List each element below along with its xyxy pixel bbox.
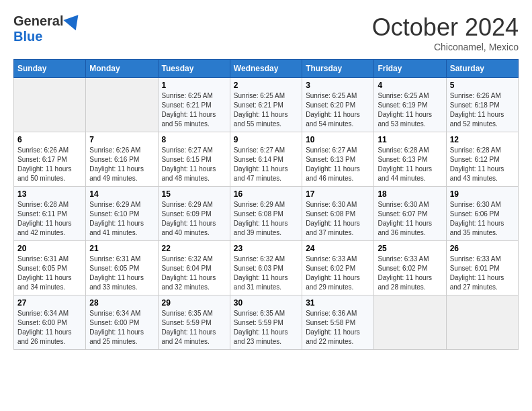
logo-general-text: General	[13, 13, 63, 29]
day-info: Sunrise: 6:31 AMSunset: 6:05 PMDaylight:…	[89, 255, 154, 292]
day-number: 15	[162, 189, 226, 199]
day-number: 26	[450, 244, 515, 253]
day-number: 30	[234, 298, 298, 308]
page-header: General Blue October 2024 Chiconamel, Me…	[13, 13, 519, 52]
day-info: Sunrise: 6:30 AMSunset: 6:07 PMDaylight:…	[378, 200, 442, 238]
calendar-cell: 14Sunrise: 6:29 AMSunset: 6:10 PMDayligh…	[86, 187, 158, 241]
day-number: 20	[17, 244, 82, 253]
calendar-cell: 23Sunrise: 6:32 AMSunset: 6:03 PMDayligh…	[230, 241, 302, 295]
day-number: 23	[234, 244, 298, 253]
header-thursday: Thursday	[302, 60, 374, 78]
calendar-cell: 6Sunrise: 6:26 AMSunset: 6:17 PMDaylight…	[14, 132, 86, 187]
day-info: Sunrise: 6:33 AMSunset: 6:01 PMDaylight:…	[450, 255, 515, 292]
day-number: 9	[234, 135, 298, 144]
calendar-cell: 25Sunrise: 6:33 AMSunset: 6:02 PMDayligh…	[374, 241, 446, 295]
calendar-cell: 29Sunrise: 6:35 AMSunset: 5:59 PMDayligh…	[158, 295, 230, 350]
day-info: Sunrise: 6:27 AMSunset: 6:15 PMDaylight:…	[162, 146, 226, 183]
day-number: 24	[306, 244, 370, 253]
day-number: 2	[234, 81, 298, 90]
header-sunday: Sunday	[14, 60, 86, 78]
calendar-cell: 19Sunrise: 6:30 AMSunset: 6:06 PMDayligh…	[446, 187, 518, 241]
calendar-cell: 9Sunrise: 6:27 AMSunset: 6:14 PMDaylight…	[230, 132, 302, 187]
day-info: Sunrise: 6:25 AMSunset: 6:19 PMDaylight:…	[378, 91, 442, 129]
calendar-cell: 1Sunrise: 6:25 AMSunset: 6:21 PMDaylight…	[158, 78, 230, 132]
day-number: 3	[306, 81, 370, 90]
day-info: Sunrise: 6:26 AMSunset: 6:18 PMDaylight:…	[450, 91, 515, 129]
day-info: Sunrise: 6:28 AMSunset: 6:12 PMDaylight:…	[450, 146, 515, 183]
calendar-cell: 22Sunrise: 6:32 AMSunset: 6:04 PMDayligh…	[158, 241, 230, 295]
calendar-cell: 8Sunrise: 6:27 AMSunset: 6:15 PMDaylight…	[158, 132, 230, 187]
day-number: 8	[162, 135, 226, 144]
day-number: 31	[306, 298, 370, 308]
header-tuesday: Tuesday	[158, 60, 230, 78]
day-info: Sunrise: 6:35 AMSunset: 5:59 PMDaylight:…	[162, 309, 226, 347]
day-number: 21	[89, 244, 154, 253]
calendar-cell	[86, 78, 158, 132]
title-block: October 2024 Chiconamel, Mexico	[372, 13, 519, 52]
day-info: Sunrise: 6:26 AMSunset: 6:17 PMDaylight:…	[17, 146, 82, 183]
calendar-cell: 30Sunrise: 6:35 AMSunset: 5:59 PMDayligh…	[230, 295, 302, 350]
calendar-cell	[14, 78, 86, 132]
calendar-cell: 31Sunrise: 6:36 AMSunset: 5:58 PMDayligh…	[302, 295, 374, 350]
day-info: Sunrise: 6:36 AMSunset: 5:58 PMDaylight:…	[306, 309, 370, 347]
day-info: Sunrise: 6:25 AMSunset: 6:21 PMDaylight:…	[234, 91, 298, 129]
day-info: Sunrise: 6:29 AMSunset: 6:08 PMDaylight:…	[234, 200, 298, 238]
calendar-cell: 26Sunrise: 6:33 AMSunset: 6:01 PMDayligh…	[446, 241, 518, 295]
day-number: 6	[17, 135, 82, 144]
day-number: 12	[450, 135, 515, 144]
day-number: 11	[378, 135, 442, 144]
calendar-cell: 13Sunrise: 6:28 AMSunset: 6:11 PMDayligh…	[14, 187, 86, 241]
day-number: 29	[162, 298, 226, 308]
day-number: 10	[306, 135, 370, 144]
calendar-cell: 17Sunrise: 6:30 AMSunset: 6:08 PMDayligh…	[302, 187, 374, 241]
calendar-cell: 16Sunrise: 6:29 AMSunset: 6:08 PMDayligh…	[230, 187, 302, 241]
day-number: 14	[89, 189, 154, 199]
day-number: 4	[378, 81, 442, 90]
calendar-week-2: 6Sunrise: 6:26 AMSunset: 6:17 PMDaylight…	[14, 132, 519, 187]
day-info: Sunrise: 6:35 AMSunset: 5:59 PMDaylight:…	[234, 309, 298, 347]
header-monday: Monday	[86, 60, 158, 78]
calendar-cell: 18Sunrise: 6:30 AMSunset: 6:07 PMDayligh…	[374, 187, 446, 241]
calendar-cell: 2Sunrise: 6:25 AMSunset: 6:21 PMDaylight…	[230, 78, 302, 132]
calendar-cell: 11Sunrise: 6:28 AMSunset: 6:13 PMDayligh…	[374, 132, 446, 187]
day-number: 16	[234, 189, 298, 199]
day-number: 1	[162, 81, 226, 90]
calendar-table: SundayMondayTuesdayWednesdayThursdayFrid…	[13, 59, 519, 350]
calendar-week-1: 1Sunrise: 6:25 AMSunset: 6:21 PMDaylight…	[14, 78, 519, 132]
day-info: Sunrise: 6:33 AMSunset: 6:02 PMDaylight:…	[378, 255, 442, 292]
day-info: Sunrise: 6:28 AMSunset: 6:13 PMDaylight:…	[378, 146, 442, 183]
calendar-cell: 15Sunrise: 6:29 AMSunset: 6:09 PMDayligh…	[158, 187, 230, 241]
day-number: 5	[450, 81, 515, 90]
day-info: Sunrise: 6:27 AMSunset: 6:14 PMDaylight:…	[234, 146, 298, 183]
logo-triangle-icon	[64, 9, 85, 30]
day-info: Sunrise: 6:30 AMSunset: 6:08 PMDaylight:…	[306, 200, 370, 238]
day-info: Sunrise: 6:32 AMSunset: 6:04 PMDaylight:…	[162, 255, 226, 292]
calendar-week-5: 27Sunrise: 6:34 AMSunset: 6:00 PMDayligh…	[14, 295, 519, 350]
calendar-cell: 5Sunrise: 6:26 AMSunset: 6:18 PMDaylight…	[446, 78, 518, 132]
calendar-cell: 10Sunrise: 6:27 AMSunset: 6:13 PMDayligh…	[302, 132, 374, 187]
calendar-cell: 20Sunrise: 6:31 AMSunset: 6:05 PMDayligh…	[14, 241, 86, 295]
day-info: Sunrise: 6:34 AMSunset: 6:00 PMDaylight:…	[89, 309, 154, 347]
day-info: Sunrise: 6:29 AMSunset: 6:09 PMDaylight:…	[162, 200, 226, 238]
calendar-cell	[374, 295, 446, 350]
logo-blue-text: Blue	[13, 29, 42, 44]
day-info: Sunrise: 6:26 AMSunset: 6:16 PMDaylight:…	[89, 146, 154, 183]
day-info: Sunrise: 6:34 AMSunset: 6:00 PMDaylight:…	[17, 309, 82, 347]
day-number: 28	[89, 298, 154, 308]
location-subtitle: Chiconamel, Mexico	[372, 42, 519, 52]
calendar-cell: 4Sunrise: 6:25 AMSunset: 6:19 PMDaylight…	[374, 78, 446, 132]
calendar-cell: 27Sunrise: 6:34 AMSunset: 6:00 PMDayligh…	[14, 295, 86, 350]
calendar-cell	[446, 295, 518, 350]
day-number: 18	[378, 189, 442, 199]
header-saturday: Saturday	[446, 60, 518, 78]
calendar-cell: 3Sunrise: 6:25 AMSunset: 6:20 PMDaylight…	[302, 78, 374, 132]
calendar-week-3: 13Sunrise: 6:28 AMSunset: 6:11 PMDayligh…	[14, 187, 519, 241]
calendar-week-4: 20Sunrise: 6:31 AMSunset: 6:05 PMDayligh…	[14, 241, 519, 295]
day-info: Sunrise: 6:25 AMSunset: 6:20 PMDaylight:…	[306, 91, 370, 129]
calendar-cell: 21Sunrise: 6:31 AMSunset: 6:05 PMDayligh…	[86, 241, 158, 295]
calendar-cell: 7Sunrise: 6:26 AMSunset: 6:16 PMDaylight…	[86, 132, 158, 187]
calendar-cell: 12Sunrise: 6:28 AMSunset: 6:12 PMDayligh…	[446, 132, 518, 187]
day-info: Sunrise: 6:30 AMSunset: 6:06 PMDaylight:…	[450, 200, 515, 238]
logo: General Blue	[13, 13, 82, 44]
day-number: 7	[89, 135, 154, 144]
